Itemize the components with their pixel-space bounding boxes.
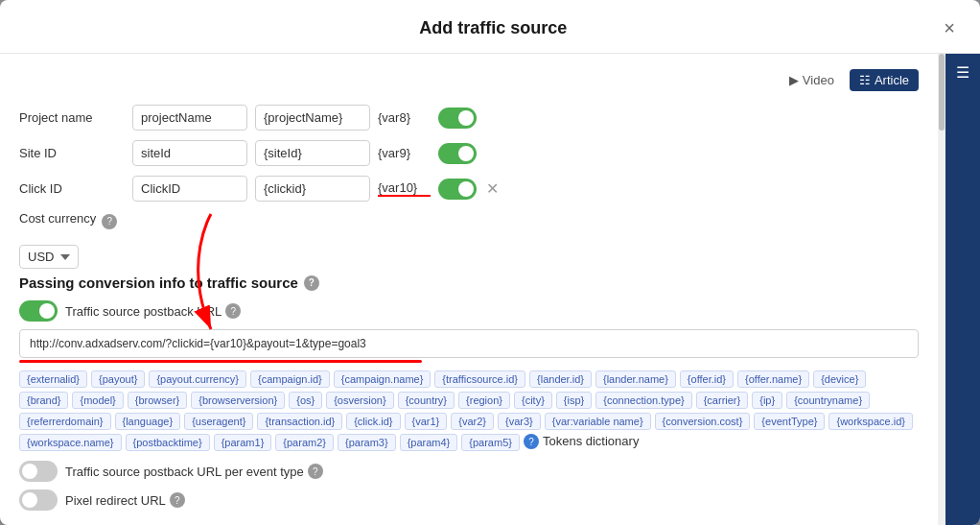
red-underline-bar [19,360,422,363]
cost-currency-label: Cost currency [19,211,96,226]
toggle-project-name[interactable] [438,107,477,129]
token-chip[interactable]: {workspace.name} [19,434,122,451]
token-chip[interactable]: {var1} [405,413,448,430]
label-site-id: Site ID [19,146,125,160]
token-chip[interactable]: {region} [458,392,510,409]
toggle-row-pixel-redirect: Pixel redirect URL ? [19,489,919,511]
token-chip[interactable]: {browser} [128,392,187,409]
token-chip[interactable]: {externalid} [19,370,87,388]
delete-click-id-button[interactable]: ✕ [484,178,501,200]
token-chip[interactable]: {language} [115,413,181,430]
token-click-id[interactable] [255,176,370,202]
postback-toggle[interactable] [19,300,58,322]
token-chip[interactable]: {countryname} [786,392,870,409]
toggle-pixel-redirect[interactable] [19,489,58,511]
toggle-postback-per-event[interactable] [19,461,58,482]
token-chip[interactable]: {payout} [91,370,145,388]
bottom-toggles: Traffic source postback URL per event ty… [19,461,919,511]
token-chip[interactable]: {referrerdomain} [19,413,111,430]
input-project-name[interactable] [132,105,247,131]
passing-section: Passing conversion info to traffic sourc… [19,274,919,511]
token-chip[interactable]: {connection.type} [595,392,691,409]
sidebar-strip: ☰ [945,54,980,525]
field-row-site-id: Site ID {var9} [19,140,919,166]
postback-label: Traffic source postback URL ? [65,303,241,319]
token-chip[interactable]: {eventType} [754,413,825,430]
input-click-id[interactable] [132,176,247,202]
token-chip[interactable]: {param3} [338,434,396,451]
token-chip[interactable]: {city} [514,392,552,409]
token-chip[interactable]: {campaign.name} [334,370,432,388]
video-link[interactable]: ▶ Video [789,73,834,87]
token-site-id[interactable] [255,140,370,166]
token-chip[interactable]: {trafficsource.id} [434,370,525,388]
token-chip[interactable]: {click.id} [346,413,400,430]
article-icon: ☷ [859,73,871,87]
token-chip[interactable]: {country} [398,392,455,409]
token-project-name[interactable] [255,105,370,131]
token-chip[interactable]: {isp} [556,392,592,409]
tokens-dict-help-icon[interactable]: ? [524,434,539,449]
token-chip[interactable]: {device} [813,370,866,388]
token-chip[interactable]: {lander.id} [529,370,592,388]
close-button[interactable]: × [938,15,961,41]
modal-body: ▶ Video ☷ Article Project name {var8} [0,54,980,525]
token-chip[interactable]: {ip} [752,392,782,409]
token-chip[interactable]: {param2} [275,434,334,451]
token-chip[interactable]: {lander.name} [595,370,676,388]
token-chip[interactable]: {offer.id} [680,370,734,388]
postback-per-event-label: Traffic source postback URL per event ty… [65,464,323,479]
toggle-site-id[interactable] [438,143,477,164]
input-site-id[interactable] [132,140,247,166]
postback-row: Traffic source postback URL ? [19,300,919,322]
token-chip[interactable]: {carrier} [696,392,749,409]
token-chip[interactable]: {brand} [19,392,68,409]
postback-label-help[interactable]: ? [225,303,241,319]
passing-title: Passing conversion info to traffic sourc… [19,274,919,291]
token-chip[interactable]: {var3} [498,413,541,430]
postback-url-input[interactable] [19,329,919,358]
postback-per-event-help[interactable]: ? [308,464,323,479]
token-chip[interactable]: {offer.name} [737,370,809,388]
token-chip[interactable]: {param4} [400,434,458,451]
var-project-name: {var8} [378,110,431,125]
toggle-row-postback-per-event: Traffic source postback URL per event ty… [19,461,919,482]
token-chip[interactable]: {param5} [461,434,520,451]
modal-overlay: Add traffic source × ▶ Video ☷ Article [0,0,980,525]
tokens-dict-label[interactable]: Tokens dictionary [543,434,639,451]
pixel-redirect-help[interactable]: ? [170,492,185,508]
token-chip[interactable]: {workspace.id} [828,413,913,430]
token-chip[interactable]: {var2} [451,413,494,430]
token-chip[interactable]: {useragent} [184,413,253,430]
sidebar-icon-1[interactable]: ☰ [956,63,969,82]
toggle-click-id[interactable] [438,179,477,200]
token-chip[interactable]: {campaign.id} [250,370,330,388]
currency-select[interactable]: USD EUR GBP [19,245,79,269]
modal-title: Add traffic source [48,18,938,38]
cost-currency-help-icon[interactable]: ? [102,214,117,229]
label-project-name: Project name [19,110,125,125]
token-chip[interactable]: {model} [72,392,123,409]
var-click-id: {var10} [378,180,431,197]
token-chip[interactable]: {browserversion} [191,392,285,409]
token-chip[interactable]: {var:variable name} [545,413,651,430]
article-link[interactable]: ☷ Article [850,69,919,91]
token-chip[interactable]: {param1} [214,434,272,451]
postback-url-box [19,329,919,363]
token-chip[interactable]: {payout.currency} [149,370,246,388]
field-row-project: Project name {var8} [19,105,919,131]
cost-currency-section: Cost currency ? [19,211,919,231]
token-chip[interactable]: {transaction.id} [257,413,342,430]
token-chip[interactable]: {postbacktime} [126,434,210,451]
token-chip[interactable]: {osversion} [326,392,393,409]
passing-help-icon[interactable]: ? [304,275,319,291]
video-icon: ▶ [789,73,799,87]
scrollbar-track[interactable] [938,54,945,525]
article-label: Article [875,73,909,87]
token-chip[interactable]: {conversion.cost} [655,413,751,430]
scrollbar-thumb[interactable] [939,54,945,131]
modal: Add traffic source × ▶ Video ☷ Article [0,0,980,525]
token-chip[interactable]: {os} [289,392,322,409]
top-links: ▶ Video ☷ Article [19,69,919,91]
main-content: ▶ Video ☷ Article Project name {var8} [0,54,938,525]
